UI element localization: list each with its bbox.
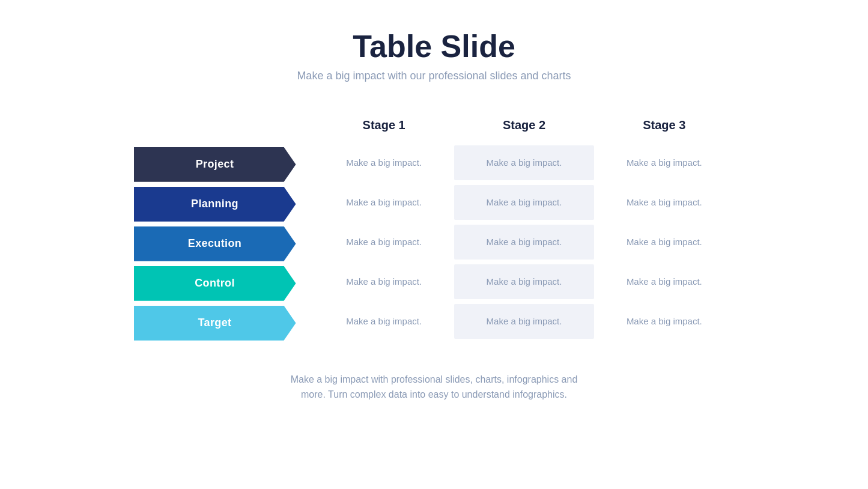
page-title: Table Slide [297,29,571,65]
footer-line2: more. Turn complex data into easy to und… [301,389,567,399]
cell-control-stage2: Make a big impact. [454,264,594,299]
page-header: Table Slide Make a big impact with our p… [297,29,571,82]
cell-control-stage3: Make a big impact. [594,264,734,299]
cell-planning-stage1: Make a big impact. [314,185,454,220]
table-rows: Make a big impact.Make a big impact.Make… [314,145,735,339]
cell-project-stage3: Make a big impact. [594,145,734,180]
main-content: ProjectPlanningExecutionControlTarget St… [134,112,735,345]
table-area: Stage 1 Stage 2 Stage 3 Make a big impac… [314,112,735,339]
page-subtitle: Make a big impact with our professional … [297,70,571,82]
row-label-text-control: Control [195,277,235,290]
cell-project-stage2: Make a big impact. [454,145,594,180]
cell-execution-stage1: Make a big impact. [314,225,454,260]
row-label-project: Project [134,147,296,182]
table-row: Make a big impact.Make a big impact.Make… [314,304,735,339]
row-label-text-planning: Planning [191,198,238,210]
footer-line1: Make a big impact with professional slid… [291,374,578,384]
stage-1-header: Stage 1 [314,112,454,138]
stage-3-header: Stage 3 [594,112,734,138]
table-row: Make a big impact.Make a big impact.Make… [314,145,735,180]
cell-planning-stage2: Make a big impact. [454,185,594,220]
stage-2-header: Stage 2 [454,112,594,138]
cell-control-stage1: Make a big impact. [314,264,454,299]
footer-text: Make a big impact with professional slid… [291,372,578,402]
cell-target-stage1: Make a big impact. [314,304,454,339]
row-labels: ProjectPlanningExecutionControlTarget [134,147,296,345]
cell-execution-stage3: Make a big impact. [594,225,734,260]
cell-target-stage3: Make a big impact. [594,304,734,339]
cell-target-stage2: Make a big impact. [454,304,594,339]
cell-planning-stage3: Make a big impact. [594,185,734,220]
row-label-text-execution: Execution [188,237,241,250]
table-row: Make a big impact.Make a big impact.Make… [314,225,735,260]
cell-project-stage1: Make a big impact. [314,145,454,180]
row-label-planning: Planning [134,187,296,222]
table-row: Make a big impact.Make a big impact.Make… [314,185,735,220]
row-label-execution: Execution [134,226,296,261]
stage-headers: Stage 1 Stage 2 Stage 3 [314,112,735,138]
cell-execution-stage2: Make a big impact. [454,225,594,260]
row-label-control: Control [134,266,296,301]
row-label-target: Target [134,306,296,341]
table-row: Make a big impact.Make a big impact.Make… [314,264,735,299]
row-label-text-target: Target [198,317,232,329]
row-label-text-project: Project [196,158,234,171]
